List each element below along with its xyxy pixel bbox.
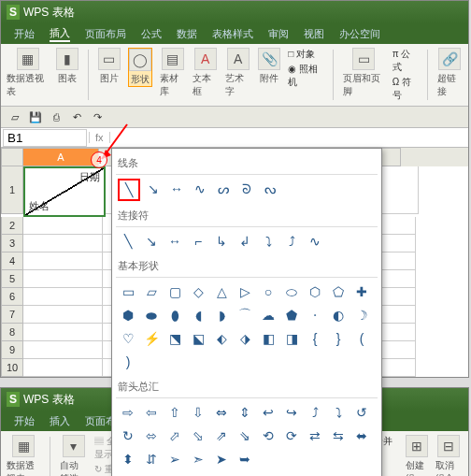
- formula-bar-top: fx: [1, 128, 468, 148]
- autofilter-button[interactable]: ▾自动筛选: [60, 435, 87, 476]
- menu-review[interactable]: 审阅: [268, 27, 289, 41]
- hyperlink-button[interactable]: 🔗超链接: [437, 48, 463, 98]
- row-header-6[interactable]: 6: [1, 288, 23, 306]
- chart-button[interactable]: ▮图表: [56, 48, 78, 85]
- line-shape[interactable]: ╲: [118, 179, 140, 201]
- pivot-button[interactable]: ▦数据透视表: [7, 435, 40, 476]
- shapes-popup: 线条 ╲ ↘ ↔ ∿ ᔕ ᘐ ᔓ 连接符 ╲↘↔⌐↳↲⤵⤴∿ 基本形状 ▭▱▢◇…: [111, 148, 382, 476]
- row-header-3[interactable]: 3: [1, 235, 23, 252]
- arrow-line-shape[interactable]: ↘: [143, 179, 164, 199]
- basic-section-title: 基本形状: [116, 255, 378, 278]
- row-header-9[interactable]: 9: [1, 341, 23, 359]
- scribble-shape[interactable]: ᘐ: [236, 179, 257, 199]
- picture-button[interactable]: ▭图片: [98, 48, 121, 85]
- scribble2-shape[interactable]: ᔓ: [260, 179, 280, 199]
- wps-logo: S: [7, 5, 20, 20]
- app-title: WPS 表格: [23, 392, 75, 408]
- wordart-button[interactable]: A艺术字: [225, 48, 250, 98]
- app-title: WPS 表格: [23, 5, 75, 21]
- cell-a1-bottom: 姓名: [29, 199, 50, 213]
- header-button[interactable]: ▭页眉和页脚: [343, 48, 385, 98]
- grid-top[interactable]: 4 A B E 1 日期 姓名 2 3 4 5 6 7 8 9 10 线条: [1, 148, 468, 377]
- row-header-4[interactable]: 4: [1, 252, 23, 270]
- menu-layout[interactable]: 页面布局: [85, 27, 126, 41]
- connector-shape[interactable]: ╲: [118, 231, 138, 252]
- cell-a1-top: 日期: [79, 170, 100, 184]
- annotation-marker: 4: [91, 151, 107, 168]
- name-box[interactable]: [3, 129, 87, 147]
- row-header-8[interactable]: 8: [1, 324, 23, 341]
- ribbon-top: ▦数据透视表 ▮图表 ▭图片 ◯形状 ▤素材库 A文本框 A艺术字 📎附件 □ …: [1, 44, 468, 107]
- quick-access-top: ▱ 💾 ⎙ ↶ ↷: [1, 107, 468, 128]
- menu-tablestyle[interactable]: 表格样式: [212, 27, 253, 41]
- row-header-10[interactable]: 10: [1, 359, 23, 377]
- row-header-2[interactable]: 2: [1, 217, 23, 235]
- attach-button[interactable]: 📎附件: [258, 48, 280, 85]
- menu-view[interactable]: 视图: [304, 27, 324, 41]
- menu-formula[interactable]: 公式: [141, 27, 162, 41]
- pivot-button[interactable]: ▦数据透视表: [7, 48, 49, 98]
- object-button[interactable]: □ 对象: [288, 48, 323, 61]
- save-icon[interactable]: 💾: [27, 108, 44, 125]
- menu-insert[interactable]: 插入: [50, 414, 70, 428]
- new-icon[interactable]: ▱: [7, 108, 23, 125]
- row-header-5[interactable]: 5: [1, 270, 23, 288]
- ungroup-button[interactable]: ⊟取消组合: [435, 435, 463, 476]
- library-button[interactable]: ▤素材库: [160, 48, 185, 98]
- titlebar-top: S WPS 表格: [1, 1, 468, 23]
- select-all-corner[interactable]: [1, 148, 23, 166]
- wps-logo: S: [7, 392, 20, 407]
- menubar-top[interactable]: 开始 插入 页面布局 公式 数据 表格样式 审阅 视图 办公空间: [1, 23, 468, 44]
- menu-start[interactable]: 开始: [14, 414, 35, 428]
- formula-button[interactable]: π 公式: [392, 48, 418, 74]
- print-icon[interactable]: ⎙: [48, 108, 64, 125]
- row-header-7[interactable]: 7: [1, 306, 23, 324]
- undo-icon[interactable]: ↶: [68, 108, 85, 125]
- connectors-section-title: 连接符: [116, 205, 378, 227]
- menu-start[interactable]: 开始: [14, 27, 35, 41]
- camera-button[interactable]: ◉ 照相机: [288, 63, 323, 89]
- menu-office[interactable]: 办公空间: [339, 27, 380, 41]
- menu-insert[interactable]: 插入: [50, 26, 70, 42]
- double-arrow-shape[interactable]: ↔: [166, 179, 187, 199]
- shape-button[interactable]: ◯形状: [128, 48, 152, 87]
- symbol-button[interactable]: Ω 符号: [392, 76, 418, 102]
- cell-a1[interactable]: 日期 姓名: [23, 166, 106, 217]
- textbox-button[interactable]: A文本框: [193, 48, 218, 98]
- arrows-section-title: 箭头总汇: [116, 376, 378, 398]
- col-header-a[interactable]: A: [23, 148, 99, 166]
- group-button[interactable]: ⊞创建组: [406, 435, 428, 476]
- freeform-shape[interactable]: ᔕ: [213, 179, 234, 199]
- row-header-1[interactable]: 1: [1, 166, 23, 214]
- curve-shape[interactable]: ∿: [190, 179, 210, 199]
- menu-data[interactable]: 数据: [177, 27, 197, 41]
- lines-section-title: 线条: [116, 152, 378, 175]
